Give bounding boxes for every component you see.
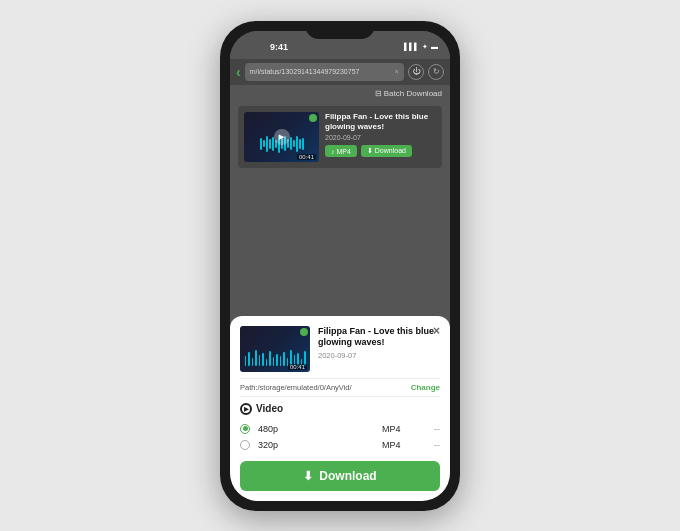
phone-screen: 9:41 ▌▌▌ ✦ ▬ ‹ m/i/status/13029141344979… bbox=[230, 31, 450, 501]
phone-frame: 9:41 ▌▌▌ ✦ ▬ ‹ m/i/status/13029141344979… bbox=[220, 21, 460, 511]
video-info: Filippa Fan - Love this blue glowing wav… bbox=[325, 112, 436, 162]
back-button[interactable]: ‹ bbox=[236, 64, 241, 80]
download-bottom-sheet: × bbox=[230, 316, 450, 501]
download-btn-label: Download bbox=[319, 469, 376, 483]
quality-format-480p: MP4 bbox=[382, 424, 412, 434]
sheet-video-row: 00:41 Filippa Fan - Love this blue glowi… bbox=[240, 326, 440, 372]
quality-size-320p: -- bbox=[420, 440, 440, 450]
video-action-buttons: ♪ MP4 ⬇ Download bbox=[325, 145, 436, 157]
quality-row-480p[interactable]: 480p MP4 -- bbox=[240, 421, 440, 437]
status-icons: ▌▌▌ ✦ ▬ bbox=[404, 43, 438, 51]
quality-format-320p: MP4 bbox=[382, 440, 412, 450]
mp4-button[interactable]: ♪ MP4 bbox=[325, 145, 357, 157]
url-actions: ⏻ ↻ bbox=[408, 64, 444, 80]
quality-label-320p: 320p bbox=[258, 440, 374, 450]
download-button[interactable]: ⬇ Download bbox=[361, 145, 412, 157]
video-section-icon: ▶ bbox=[240, 403, 252, 415]
video-thumbnail: ▶ 00:41 bbox=[244, 112, 319, 162]
quality-badge bbox=[309, 114, 317, 122]
video-date: 2020-09-07 bbox=[325, 134, 436, 141]
sheet-change-button[interactable]: Change bbox=[411, 383, 440, 392]
url-clear-button[interactable]: × bbox=[394, 67, 399, 76]
background-video-card: ▶ 00:41 Filippa Fan - Love this blue glo… bbox=[238, 106, 442, 168]
url-input[interactable]: m/i/status/13029141344979230757 × bbox=[245, 63, 404, 81]
url-bar: ‹ m/i/status/13029141344979230757 × ⏻ ↻ bbox=[230, 59, 450, 85]
sheet-path-row: Path:/storage/emulated/0/AnyVid/ Change bbox=[240, 378, 440, 397]
quality-row-320p[interactable]: 320p MP4 -- bbox=[240, 437, 440, 453]
sheet-section-title: ▶ Video bbox=[240, 403, 440, 415]
sheet-section-label: Video bbox=[256, 403, 283, 414]
bluetooth-icon: ✦ bbox=[422, 43, 428, 51]
quality-size-480p: -- bbox=[420, 424, 440, 434]
sheet-path-label: Path:/storage/emulated/0/AnyVid/ bbox=[240, 383, 352, 392]
video-duration: 00:41 bbox=[297, 154, 316, 160]
sheet-quality-badge bbox=[300, 328, 308, 336]
sheet-video-title: Filippa Fan - Love this blue glowing wav… bbox=[318, 326, 440, 349]
play-button[interactable]: ▶ bbox=[274, 129, 290, 145]
battery-icon: ▬ bbox=[431, 43, 438, 50]
refresh-button[interactable]: ↻ bbox=[428, 64, 444, 80]
sheet-video-date: 2020-09-07 bbox=[318, 351, 440, 360]
download-button[interactable]: ⬇ Download bbox=[240, 461, 440, 491]
phone-notch bbox=[305, 21, 375, 39]
sheet-duration: 00:41 bbox=[288, 364, 307, 370]
share-button[interactable]: ⏻ bbox=[408, 64, 424, 80]
download-icon: ⬇ bbox=[303, 469, 313, 483]
batch-download-bar[interactable]: ⊟ Batch Download bbox=[230, 85, 450, 102]
batch-download-label: ⊟ Batch Download bbox=[375, 89, 442, 98]
radio-480p-fill bbox=[243, 426, 248, 431]
status-time: 9:41 bbox=[270, 42, 288, 52]
video-title: Filippa Fan - Love this blue glowing wav… bbox=[325, 112, 436, 133]
sheet-thumbnail: 00:41 bbox=[240, 326, 310, 372]
sheet-wave-viz bbox=[244, 348, 306, 366]
url-text: m/i/status/13029141344979230757 bbox=[250, 68, 360, 75]
radio-480p[interactable] bbox=[240, 424, 250, 434]
sheet-video-info: Filippa Fan - Love this blue glowing wav… bbox=[318, 326, 440, 372]
sheet-close-button[interactable]: × bbox=[433, 324, 440, 338]
signal-icon: ▌▌▌ bbox=[404, 43, 419, 50]
quality-label-480p: 480p bbox=[258, 424, 374, 434]
radio-320p[interactable] bbox=[240, 440, 250, 450]
